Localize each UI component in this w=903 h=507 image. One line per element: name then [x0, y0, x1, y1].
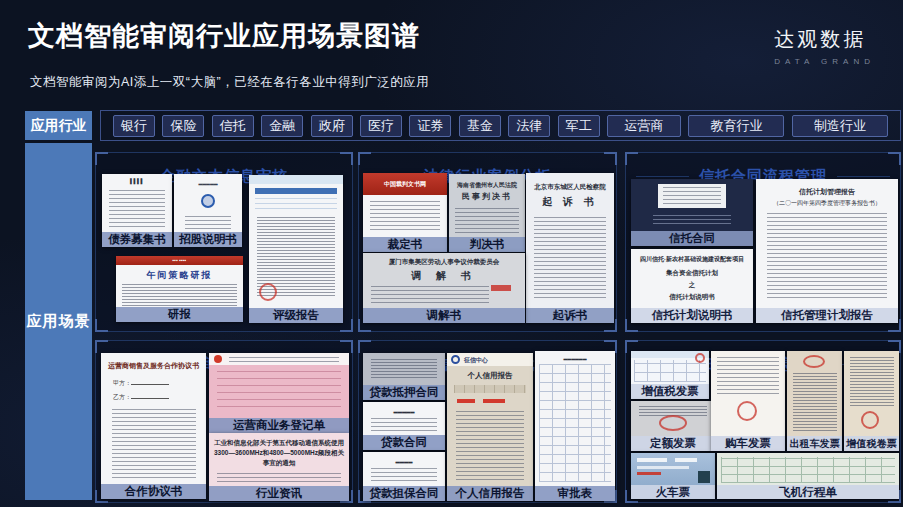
- panel-scanned-certificate-extraction: 扫描证照信息提取 增值税发票 定额发票 购车发票 出租车发票 增值税卷票: [625, 340, 901, 503]
- industry-chip-medical[interactable]: 医疗: [360, 115, 402, 137]
- org-name: 征信中心: [464, 356, 488, 365]
- doc-mediation: 厦门市集美区劳动人事争议仲裁委员会 调 解 书 调解书: [363, 253, 525, 323]
- doc-heading: 海南省儋州市人民法院: [451, 181, 522, 190]
- form-grid: [539, 364, 611, 482]
- doc-vat-invoice: 增值税发票: [631, 351, 709, 399]
- text-lines: [371, 286, 489, 306]
- text-lines: [653, 215, 731, 227]
- doc-party-a: 甲方：: [113, 379, 169, 388]
- doc-text: ▌▌▌▌: [104, 178, 170, 184]
- industries-container: 银行 保险 信托 金融 政府 医疗 证券 基金 法律 军工 运营商 教育行业 制…: [100, 110, 901, 141]
- doc-label: 增值税发票: [631, 384, 709, 399]
- doc-heading: 工业和信息化部关于第五代移动通信系统使用3300—3600MHz和4800—50…: [213, 438, 345, 467]
- doc-party-b: 乙方：: [113, 393, 169, 402]
- doc-label: 行业资讯: [209, 486, 349, 501]
- doc-heading: 厦门市集美区劳动人事争议仲裁委员会: [368, 258, 520, 267]
- doc-label: 运营商业务登记单: [209, 418, 349, 433]
- panel-trust-contract-management: 信托合同流程管理 信托合同 四川信托·新农村基础设施建设配套项目 集合资金信托计…: [625, 152, 901, 332]
- page-title: 文档智能审阅行业应用场景图谱: [28, 18, 420, 54]
- doc-label: 信托管理计划报告: [756, 308, 898, 323]
- industry-chip-manufacturing[interactable]: 制造行业: [792, 115, 888, 137]
- doc-taxi-invoice: 出租车发票: [787, 351, 842, 451]
- operator-logo-icon: [214, 355, 222, 363]
- brand-name-en: DATA GRAND: [774, 57, 875, 66]
- text-lines: [793, 373, 837, 431]
- doc-ruling: 中国裁判文书网 裁定书: [363, 173, 447, 252]
- industry-chip-fund[interactable]: 基金: [459, 115, 501, 137]
- doc-label: 裁定书: [363, 237, 447, 252]
- industry-chip-insurance[interactable]: 保险: [162, 115, 204, 137]
- industry-chip-operator[interactable]: 运营商: [607, 115, 681, 137]
- doc-label: 评级报告: [249, 308, 343, 323]
- panel-financial-text-review: 金融文本信息审核 ▌▌▌▌ 债券募集书 ▂▂▂▂▂ 招股说明书 评级报告 ▪▪▪…: [95, 152, 353, 332]
- doc-indictment: 北京市东城区人民检察院 起 诉 书 起诉书: [526, 173, 614, 323]
- doc-judgment: 海南省儋州市人民法院 民事判决书 判决书: [449, 174, 525, 252]
- industry-chip-military[interactable]: 军工: [558, 115, 600, 137]
- text-lines: [663, 187, 720, 205]
- data-table: [255, 188, 338, 210]
- red-seal-icon: [695, 353, 705, 363]
- doc-trust-plan-specification: 四川信托·新农村基础设施建设配套项目 集合资金信托计划 之 信托计划说明书 信托…: [631, 249, 753, 323]
- doc-label: 债券募集书: [102, 232, 172, 247]
- brand-name: 达观数据: [774, 26, 875, 53]
- industry-chip-securities[interactable]: 证券: [409, 115, 451, 137]
- doc-car-invoice: 购车发票: [711, 351, 785, 451]
- doc-heading: 北京市东城区人民检察院: [529, 183, 612, 192]
- doc-industry-news: 工业和信息化部关于第五代移动通信系统使用3300—3600MHz和4800—50…: [209, 433, 349, 501]
- industry-chip-bank[interactable]: 银行: [113, 115, 155, 137]
- doc-subheading: 起 诉 书: [529, 195, 612, 209]
- ticket-text-line: [637, 458, 667, 462]
- doc-rating-report: 评级报告: [249, 175, 343, 323]
- text-lines: [455, 208, 519, 234]
- text-lines: [850, 357, 894, 407]
- ticket-text-line: [675, 458, 697, 462]
- text-lines: [534, 217, 606, 301]
- text-lines: [112, 409, 196, 479]
- industry-chip-finance[interactable]: 金融: [261, 115, 303, 137]
- industry-chip-education[interactable]: 教育行业: [688, 115, 784, 137]
- doc-cooperation-agreement: 运营商销售及服务合作协议书 甲方： 乙方： 合作协议书: [101, 353, 206, 499]
- red-seal-icon: [861, 411, 879, 429]
- doc-ipo-prospectus: ▂▂▂▂▂ 招股说明书: [174, 174, 242, 247]
- doc-bond-prospectus: ▌▌▌▌ 债券募集书: [102, 174, 172, 247]
- doc-fixed-invoice: 定额发票: [631, 401, 715, 451]
- doc-label: 判决书: [449, 237, 525, 252]
- panel-credit-document-approval: 信贷文档审批 贷款抵押合同 ▂▂▂▂▂ 贷款合同 ▂▂▂▂ 贷款担保合同 征信中…: [358, 340, 617, 503]
- text-lines: [767, 213, 886, 301]
- doc-subheading: 民事判决书: [451, 191, 522, 202]
- doc-text: ▂▂▂▂: [365, 457, 442, 463]
- doc-vat-roll-invoice: 增值税卷票: [844, 351, 899, 451]
- subtitle: 文档智能审阅为AI添上一双“大脑”，已经在各行各业中得到广泛的应用: [30, 74, 429, 91]
- doc-subheading: （二〇一四年第四季度管理事务报告书）: [760, 199, 894, 208]
- doc-line: 信托计划说明书: [635, 293, 750, 302]
- doc-label: 出租车发票: [787, 436, 842, 451]
- red-seal-icon: [737, 401, 757, 421]
- doc-flight-itinerary: 飞机行程单: [717, 453, 899, 499]
- text-lines: [371, 359, 437, 379]
- scenarios-sidebar-label: 应用场景: [25, 143, 92, 500]
- doc-text: ▂▂▂▂▂: [365, 407, 442, 413]
- doc-label: 个人信用报告: [447, 486, 533, 501]
- doc-heading: 信托计划管理报告: [760, 187, 894, 197]
- text-lines: [370, 201, 441, 233]
- doc-label: 审批表: [535, 486, 615, 501]
- industry-chip-trust[interactable]: 信托: [212, 115, 254, 137]
- form-header-band: [209, 353, 349, 365]
- red-redaction: [457, 399, 475, 403]
- industry-chip-law[interactable]: 法律: [508, 115, 550, 137]
- doc-label: 贷款担保合同: [363, 486, 445, 501]
- doc-text: ▂▂▂▂▂▂: [537, 354, 612, 360]
- doc-label: 信托计划说明书: [631, 308, 753, 323]
- doc-train-ticket: 火车票: [631, 453, 715, 499]
- doc-header-band: [249, 175, 343, 184]
- report-header-band: 征信中心: [447, 353, 533, 366]
- doc-label: 定额发票: [631, 436, 715, 451]
- doc-loan-mortgage-contract: 贷款抵押合同: [363, 353, 445, 400]
- industry-chip-government[interactable]: 政府: [311, 115, 353, 137]
- doc-label: 调解书: [363, 308, 525, 323]
- text-lines: [229, 357, 339, 362]
- doc-operator-registration-form: 运营商业务登记单: [209, 353, 349, 433]
- doc-label: 信托合同: [631, 231, 753, 246]
- doc-label: 购车发票: [711, 436, 785, 451]
- doc-banner: 中国裁判文书网: [363, 173, 447, 195]
